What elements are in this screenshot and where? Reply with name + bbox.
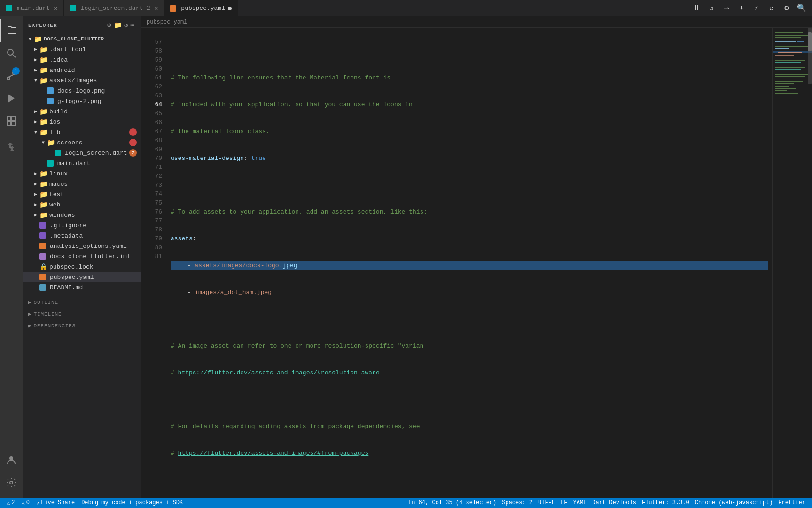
- folder-icon: 📁: [39, 170, 47, 178]
- tree-item-readme[interactable]: ▶ README.md: [23, 282, 141, 293]
- svg-point-2: [7, 77, 10, 80]
- activity-search[interactable]: [0, 42, 23, 64]
- status-errors[interactable]: ⚠ 2: [4, 498, 17, 508]
- pause-icon[interactable]: ⏸: [690, 1, 703, 15]
- status-eol[interactable]: LF: [558, 498, 570, 508]
- tree-item-pubspec-lock[interactable]: ▶ 🔒 pubspec.lock: [23, 262, 141, 272]
- search-icon[interactable]: 🔍: [795, 1, 808, 15]
- svg-point-10: [9, 456, 13, 460]
- new-file-icon[interactable]: ⊕: [107, 21, 112, 29]
- tree-item-iml[interactable]: ▶ docs_clone_flutter.iml: [23, 251, 141, 262]
- timeline-section[interactable]: ▶ TIMELINE: [23, 308, 141, 320]
- tree-root-folder[interactable]: ▼ 📁 DOCS_CLONE_FLUTTER: [23, 34, 141, 44]
- code-line-71: # https://flutter.dev/assets-and-images/…: [171, 449, 768, 458]
- file-label: docs_clone_flutter.iml: [50, 253, 141, 260]
- tree-item-login-screen[interactable]: ▶ login_screen.dart 2: [23, 148, 141, 158]
- svg-marker-5: [8, 94, 15, 103]
- tree-item-macos[interactable]: ▶ 📁 macos: [23, 179, 141, 189]
- tree-item-assets-images[interactable]: ▼ 📁 assets/images: [23, 75, 141, 86]
- folder-icon: 📁: [39, 108, 47, 116]
- svg-rect-6: [7, 117, 11, 120]
- tab-close-button[interactable]: ✕: [154, 4, 158, 12]
- dependencies-section[interactable]: ▶ DEPENDENCIES: [23, 320, 141, 332]
- status-live-share[interactable]: ↗ Live Share: [33, 498, 78, 508]
- collapse-arrow: ▼: [32, 75, 39, 86]
- collapse-arrow: ▶: [32, 55, 39, 65]
- tab-close-button[interactable]: ✕: [54, 4, 57, 12]
- activity-extensions[interactable]: [0, 110, 23, 132]
- status-dart-devtools[interactable]: Dart DevTools: [589, 498, 639, 508]
- tab-pubspec-yaml[interactable]: pubspec.yaml: [164, 0, 238, 16]
- status-chrome[interactable]: Chrome (web-javascript): [692, 498, 776, 508]
- error-badge: 2: [129, 149, 137, 157]
- activity-run[interactable]: [0, 87, 23, 110]
- status-language[interactable]: YAML: [570, 498, 589, 508]
- line-numbers: 56 57 58 59 60 61 62 63 64 65 66 67 68 6…: [141, 28, 167, 498]
- status-encoding[interactable]: UTF-8: [535, 498, 558, 508]
- tree-item-web[interactable]: ▶ 📁 web: [23, 199, 141, 210]
- new-folder-icon[interactable]: 📁: [114, 21, 122, 29]
- status-flutter-version[interactable]: Flutter: 3.3.0: [639, 498, 692, 508]
- tab-login-screen-dart[interactable]: login_screen.dart 2 ✕: [64, 0, 164, 16]
- collapse-arrow: ▶: [32, 65, 39, 75]
- collapse-icon[interactable]: ⋯: [130, 21, 135, 29]
- svg-rect-13: [775, 32, 803, 33]
- activity-explorer[interactable]: [0, 19, 23, 42]
- tree-item-screens[interactable]: ▼ 📁 screens: [23, 137, 141, 148]
- yaml-file-icon: [39, 274, 46, 280]
- svg-rect-9: [12, 121, 16, 125]
- tree-item-pubspec-yaml[interactable]: ▶ pubspec.yaml: [23, 272, 141, 282]
- code-editor[interactable]: # The following line ensures that the Ma…: [167, 28, 772, 498]
- tree-item-lib[interactable]: ▼ 📁 lib: [23, 127, 141, 137]
- tree-item-android[interactable]: ▶ 📁 android: [23, 65, 141, 75]
- language-label: YAML: [573, 500, 586, 506]
- code-line-67: # An image asset can refer to one or mor…: [171, 341, 768, 350]
- activity-remote[interactable]: [0, 136, 23, 159]
- lightning-icon[interactable]: ⚡: [750, 1, 763, 15]
- restart-icon[interactable]: ↺: [705, 1, 718, 15]
- tree-item-main-dart[interactable]: ▶ main.dart: [23, 158, 141, 168]
- generic-file-icon: [39, 222, 46, 229]
- folder-icon: 📁: [47, 139, 55, 147]
- activity-accounts[interactable]: [0, 449, 23, 471]
- tree-item-idea[interactable]: ▶ 📁 .idea: [23, 55, 141, 65]
- tree-item-metadata[interactable]: ▶ .metadata: [23, 230, 141, 241]
- status-spaces[interactable]: Spaces: 2: [499, 498, 535, 508]
- status-position[interactable]: Ln 64, Col 35 (4 selected): [406, 498, 499, 508]
- svg-rect-7: [12, 117, 16, 120]
- status-debug[interactable]: Debug my code + packages + SDK: [78, 498, 186, 508]
- dart-file-icon: [70, 5, 76, 11]
- download-icon[interactable]: ⬇: [735, 1, 748, 15]
- tree-item-ios[interactable]: ▶ 📁 ios: [23, 117, 141, 127]
- encoding-label: UTF-8: [538, 500, 555, 506]
- tree-item-docs-logo[interactable]: ▶ docs-logo.png: [23, 86, 141, 96]
- sidebar: EXPLORER ⊕ 📁 ↺ ⋯ ▼ 📁 DOCS_CLONE_FLUTTER: [23, 16, 141, 498]
- tab-main-dart[interactable]: main.dart ✕: [0, 0, 64, 16]
- activity-source-control[interactable]: 1: [0, 64, 23, 87]
- minimap[interactable]: [772, 28, 812, 498]
- tree-item-build[interactable]: ▶ 📁 build: [23, 106, 141, 117]
- settings-icon[interactable]: ⚙: [780, 1, 793, 15]
- tree-item-g-logo[interactable]: ▶ g-logo-2.png: [23, 96, 141, 106]
- activity-settings[interactable]: [0, 471, 23, 494]
- root-folder-label: DOCS_CLONE_FLUTTER: [44, 36, 141, 42]
- collapse-arrow: ▶: [32, 44, 39, 55]
- tree-item-linux[interactable]: ▶ 📁 linux: [23, 168, 141, 179]
- svg-rect-31: [775, 83, 794, 84]
- status-prettier[interactable]: Prettier: [775, 498, 808, 508]
- refresh-icon[interactable]: ↺: [124, 21, 129, 29]
- folder-label: linux: [49, 170, 141, 177]
- status-warnings[interactable]: △ 0: [18, 498, 32, 508]
- tree-item-analysis-options[interactable]: ▶ analysis_options.yaml: [23, 241, 141, 251]
- step-icon[interactable]: ⟶: [720, 1, 733, 15]
- tree-item-windows[interactable]: ▶ 📁 windows: [23, 210, 141, 220]
- code-line-60: uses-material-design: true: [171, 154, 768, 163]
- refresh-icon[interactable]: ↺: [765, 1, 778, 15]
- tree-item-dart-tool[interactable]: ▶ 📁 .dart_tool: [23, 44, 141, 55]
- section-label: TIMELINE: [34, 311, 62, 317]
- folder-icon: 📁: [39, 66, 47, 74]
- editor-content: 56 57 58 59 60 61 62 63 64 65 66 67 68 6…: [141, 28, 812, 498]
- outline-section[interactable]: ▶ OUTLINE: [23, 296, 141, 308]
- tree-item-test[interactable]: ▶ 📁 test: [23, 189, 141, 199]
- tree-item-gitignore[interactable]: ▶ .gitignore: [23, 220, 141, 230]
